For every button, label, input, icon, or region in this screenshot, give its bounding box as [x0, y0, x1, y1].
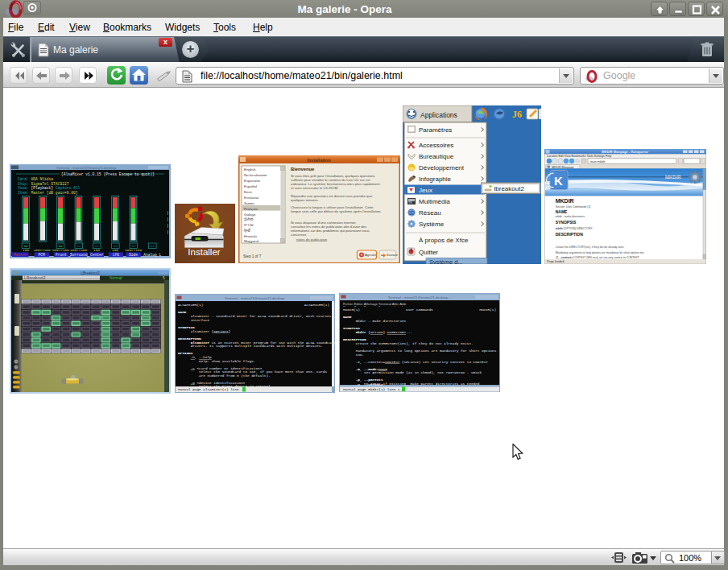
- svg-text:DESCRIPTION: DESCRIPTION: [556, 232, 584, 237]
- svg-text:Applications: Applications: [420, 111, 457, 119]
- svg-text:100<>100: 100<>100: [52, 248, 68, 252]
- svg-text:Mandatory arguments to long op: Mandatory arguments to long options are …: [556, 251, 645, 254]
- svg-text:Développement: Développement: [419, 164, 465, 171]
- svg-text:Item: Master [dB gain=0.00]: Item: Master [dB gain=0.00]: [18, 191, 77, 195]
- svg-text:100: 100: [112, 248, 118, 252]
- svg-text:Location Edit View Bookmark: Location Edit View Bookmarks Tools Setti…: [547, 155, 611, 158]
- svg-text:Accessoires: Accessoires: [419, 142, 453, 149]
- svg-text:हिन्दी: हिन्दी: [243, 228, 251, 233]
- svg-text:Installer: Installer: [188, 247, 220, 257]
- svg-text:Galego: Galego: [244, 213, 256, 217]
- svg-text:100: 100: [23, 248, 29, 252]
- svg-text:mkdir [OPTION] DIRECTORY...: mkdir [OPTION] DIRECTORY...: [343, 330, 412, 334]
- svg-text:>: >: [29, 253, 31, 257]
- svg-text:Système d...: Système d...: [429, 258, 463, 265]
- svg-text:Paramètres: Paramètres: [419, 126, 452, 134]
- svg-text:MKDIR: MKDIR: [556, 198, 574, 204]
- svg-text:et sans nécessiter le CD-ROM.: et sans nécessiter le CD-ROM.: [291, 186, 338, 190]
- svg-text:Terminal - mateo21@mateo21-des: Terminal - mateo21@mateo21-desktop: [225, 296, 285, 300]
- svg-text:ALSAMIXER(1): ALSAMIXER(1): [304, 303, 329, 307]
- svg-text:Installation: Installation: [307, 158, 331, 163]
- svg-text:<>: <>: [151, 245, 155, 248]
- svg-text:Multimédia: Multimédia: [419, 198, 450, 205]
- svg-text:Terminal - mateo21@mateo21-des: Terminal - mateo21@mateo21-desktop: [56, 166, 117, 170]
- svg-text:100: 100: [93, 248, 100, 252]
- svg-text:Infographie: Infographie: [419, 176, 452, 183]
- svg-text:Terminal - mateo21@mateo21-des: Terminal - mateo21@mateo21-desktop…: [388, 295, 452, 299]
- svg-text:quelques minutes.: quelques minutes.: [291, 198, 319, 202]
- svg-text:-Z, --context=CONTEXT (SELinux: -Z, --context=CONTEXT (SELinux) set secu…: [556, 256, 639, 259]
- svg-text:PCM: PCM: [39, 253, 46, 257]
- svg-text:J6: J6: [512, 109, 522, 120]
- svg-text:MKDIR(1): MKDIR(1): [479, 308, 496, 312]
- svg-text:ALSAMIXER(1): ALSAMIXER(1): [178, 303, 203, 307]
- svg-text:Side: Side: [129, 253, 138, 257]
- svg-text:Front: Front: [56, 253, 67, 257]
- svg-text:MKDIR(1): MKDIR(1): [343, 308, 360, 312]
- svg-text:Français: Français: [244, 207, 259, 211]
- svg-text:Suivant: Suivant: [387, 253, 399, 257]
- svg-text:עברית: עברית: [244, 223, 254, 227]
- svg-text:Manual page mkdir(1) line 1: Manual page mkdir(1) line 1: [343, 387, 400, 391]
- svg-text:Suomi: Suomi: [244, 201, 254, 205]
- svg-text:too.: too.: [343, 353, 364, 357]
- svg-text:Page loaded.: Page loaded.: [547, 260, 565, 263]
- svg-text:Agnuler: Agnuler: [365, 253, 377, 257]
- svg-text:Esperanto: Esperanto: [244, 179, 261, 183]
- svg-text:mkdir - make directories: mkdir - make directories: [556, 215, 585, 218]
- svg-text:À propos de Xfce: À propos de Xfce: [419, 237, 469, 244]
- svg-text:Card: HDA NVidia: Card: HDA NVidia: [18, 177, 53, 181]
- svg-text:Surround: Surround: [70, 253, 88, 257]
- svg-text:TV: TV: [408, 201, 412, 204]
- svg-text:Fichier Editer Affichage Te: Fichier Editer Affichage Terminal Aller …: [343, 302, 407, 306]
- svg-text:K: K: [554, 174, 563, 188]
- svg-text:LBreakout2: LBreakout2: [81, 271, 100, 275]
- svg-text:No localization: No localization: [244, 173, 267, 177]
- svg-text:Chip: SigmaTel STAC9227: Chip: SigmaTel STAC9227: [18, 182, 69, 186]
- svg-text:Euskaraz: Euskaraz: [244, 196, 259, 200]
- svg-text:Quitter: Quitter: [419, 249, 438, 256]
- svg-text:interface: interface: [178, 318, 209, 322]
- svg-text:Système: Système: [419, 221, 445, 228]
- svg-text:drivers. It supports multiple: drivers. It supports multiple soundcards…: [178, 344, 323, 348]
- svg-text:notes de publication: notes de publication: [296, 238, 328, 242]
- svg-text:100<>100: 100<>100: [125, 248, 142, 252]
- svg-text:Analog L: Analog L: [143, 253, 161, 257]
- svg-text:Center: Center: [90, 253, 104, 257]
- svg-text:Hrvatski: Hrvatski: [244, 234, 257, 238]
- svg-text:SYNOPSIS: SYNOPSIS: [556, 220, 577, 225]
- svg-text:View: [Playback] Capture All: View: [Playback] Capture All: [18, 186, 80, 190]
- svg-text:100<>100: 100<>100: [33, 248, 50, 252]
- svg-text:Normal: Normal: [110, 276, 122, 280]
- svg-text:Réseau: Réseau: [419, 209, 441, 217]
- svg-text:-Z, --context=CONTEXT (SELinux: -Z, --context=CONTEXT (SELinux) set secu…: [343, 360, 488, 364]
- svg-text:Create the DIRECTORY(ies), if: Create the DIRECTORY(ies), if they do no…: [556, 246, 624, 249]
- svg-text:-v, --verbose: -v, --verbose: [343, 382, 383, 386]
- svg-text:man:mkdir: man:mkdir: [590, 159, 606, 163]
- svg-text:Mandatory arguments to long: Mandatory arguments to long options are …: [343, 349, 497, 353]
- svg-text:concerner.: concerner.: [291, 233, 307, 237]
- svg-text:LFE: LFE: [113, 253, 120, 257]
- svg-text:<: <: [10, 253, 12, 257]
- svg-text:Help: Show available flags.: Help: Show available flags.: [178, 359, 255, 363]
- svg-text:NAME: NAME: [556, 209, 568, 214]
- svg-text:English: English: [244, 167, 256, 171]
- svg-text:Step 1 of 7: Step 1 of 7: [243, 254, 262, 258]
- svg-text:lbreakout2: lbreakout2: [494, 185, 525, 192]
- svg-text:Jeux: Jeux: [419, 187, 432, 194]
- svg-text:Español: Español: [244, 184, 257, 188]
- svg-text:Bienvenue: Bienvenue: [291, 167, 315, 171]
- svg-text:Master: Master: [14, 253, 27, 257]
- svg-text:100<>100: 100<>100: [70, 248, 87, 252]
- svg-text:mkdir - make directories: mkdir - make directories: [343, 319, 407, 323]
- svg-text:Section: User Commands (1): Section: User Commands (1): [556, 205, 591, 209]
- svg-text:mkdir [OPTION] DIRECTORY...: mkdir [OPTION] DIRECTORY...: [556, 227, 594, 230]
- svg-text:ქართ: ქართ: [244, 217, 254, 221]
- svg-text:MKDIR Manpage - Konqueror: MKDIR Manpage - Konqueror: [602, 150, 649, 154]
- svg-text:Manual page alsamixer(1) line: Manual page alsamixer(1) line: [178, 387, 239, 391]
- svg-text:Eesti: Eesti: [244, 190, 252, 194]
- svg-text:Bureautique: Bureautique: [419, 153, 454, 160]
- svg-text:5: 5: [163, 276, 165, 280]
- svg-text:MKDIR Manpage: MKDIR Manpage: [552, 166, 574, 169]
- svg-text:Magyarul: Magyarul: [244, 239, 259, 243]
